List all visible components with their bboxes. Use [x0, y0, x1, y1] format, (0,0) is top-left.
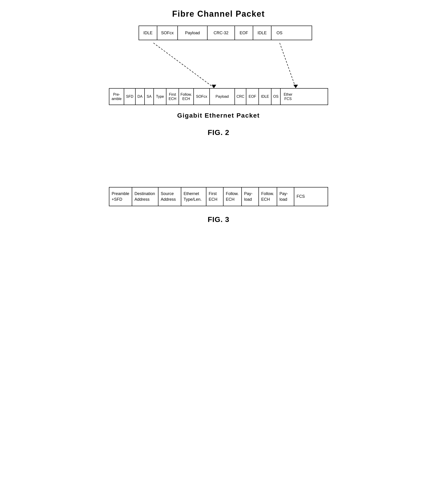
- ge-cell-type: Type: [154, 89, 167, 105]
- fig2-title: Fibre Channel Packet: [172, 9, 265, 19]
- ge-cell-sfd: SFD: [124, 89, 136, 105]
- fig3-table: Preamble +SFD Destination Address Source…: [109, 187, 328, 206]
- fig3-cell-follow-ech1: Follow. ECH: [224, 188, 242, 206]
- fig3-cell-preamble: Preamble +SFD: [109, 188, 132, 206]
- ge-packet-row: Pre- amble SFD DA SA Type First ECH Foll…: [109, 88, 328, 105]
- fig3-cell-first-ech: First ECH: [206, 188, 224, 206]
- svg-marker-1: [212, 85, 216, 88]
- ge-cell-idle: IDLE: [259, 89, 271, 105]
- fc-cell-os: OS: [271, 26, 288, 40]
- fig2-label: FIG. 2: [208, 128, 229, 137]
- fc-cell-crc32: CRC-32: [208, 26, 235, 40]
- ge-cell-preamble: Pre- amble: [109, 89, 124, 105]
- fc-cell-eof: EOF: [235, 26, 253, 40]
- ge-cell-os: OS: [271, 89, 281, 105]
- fc-cell-idle2: IDLE: [253, 26, 271, 40]
- ge-cell-sofcx: SOFcx: [194, 89, 210, 105]
- fig2-section: Fibre Channel Packet IDLE SOFcx Payload …: [104, 9, 333, 155]
- svg-line-0: [153, 43, 214, 88]
- fig3-cell-src-addr: Source Address: [159, 188, 181, 206]
- svg-line-2: [280, 43, 296, 88]
- fig3-label: FIG. 3: [208, 215, 229, 224]
- fig3-cell-eth-type: Ethernet Type/Len.: [181, 188, 206, 206]
- fc-cell-idle1: IDLE: [139, 26, 157, 40]
- page-container: Fibre Channel Packet IDLE SOFcx Payload …: [104, 9, 333, 224]
- fc-cell-payload: Payload: [178, 26, 208, 40]
- ge-cell-eof: EOF: [246, 89, 259, 105]
- connector-svg: [109, 42, 328, 88]
- ge-cell-da: DA: [136, 89, 145, 105]
- fig3-cell-dest-addr: Destination Address: [132, 188, 159, 206]
- fig3-cell-fcs: FCS: [294, 188, 308, 206]
- ge-section-label: Gigabit Ethernet Packet: [177, 112, 260, 119]
- fc-packet-row: IDLE SOFcx Payload CRC-32 EOF IDLE OS: [139, 26, 312, 40]
- ge-cell-sa: SA: [145, 89, 154, 105]
- fig3-cell-payload1: Pay- load: [242, 188, 259, 206]
- fc-cell-sofcx: SOFcx: [157, 26, 178, 40]
- ge-cell-crc: CRC: [235, 89, 246, 105]
- fig3-cell-follow-ech2: Follow. ECH: [259, 188, 277, 206]
- connector-area: [109, 42, 328, 88]
- ge-cell-ether-fcs: Ether FCS: [281, 89, 296, 105]
- ge-cell-payload: Payload: [210, 89, 235, 105]
- ge-cell-follow-ech: Follow. ECH: [179, 89, 194, 105]
- fig3-section: Preamble +SFD Destination Address Source…: [104, 187, 333, 224]
- fig3-cell-payload2: Pay- load: [277, 188, 294, 206]
- svg-marker-3: [293, 85, 298, 88]
- ge-cell-first-ech: First ECH: [167, 89, 179, 105]
